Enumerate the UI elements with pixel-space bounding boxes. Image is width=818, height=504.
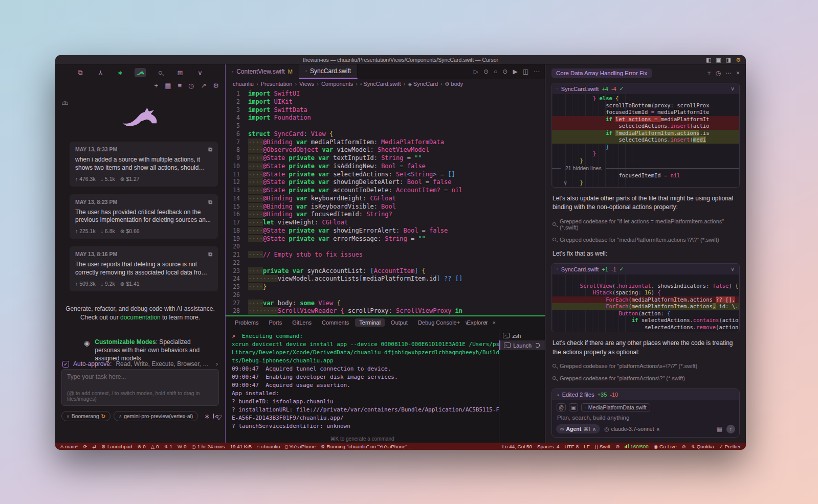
close-icon[interactable]: × [736, 70, 740, 77]
running-task-icon[interactable]: ⚙Running "chuanliu" on "Yu's iPhone"... [321, 444, 411, 449]
new-task-plus-icon[interactable]: + [154, 82, 159, 89]
prettier-icon[interactable]: ✓Prettier [719, 444, 741, 449]
maximize-panel-icon[interactable]: ∧ [484, 319, 488, 326]
copy-task-icon[interactable]: ⧉ [208, 146, 212, 153]
code-editor[interactable]: 1import SwiftUI2import UIKit3import Swif… [226, 88, 545, 315]
more-icon[interactable]: ⋯ [474, 319, 479, 326]
roo-kangaroo-icon[interactable] [135, 68, 146, 77]
task-input[interactable] [67, 373, 213, 388]
layout-sidebar-left-icon[interactable]: ◧ [706, 57, 711, 63]
camera-icon[interactable] [213, 414, 214, 419]
language-mode[interactable]: {}Swift [595, 444, 611, 449]
source-control-branch-icon[interactable]: Y [95, 68, 106, 77]
diff-card-header[interactable]: ▫SyncCard.swift+1-1✓∨ [552, 264, 739, 274]
attach-file-button[interactable]: ▣ [569, 403, 578, 411]
split-editor-icon[interactable]: ◫ [523, 68, 528, 75]
edited-files-summary[interactable]: › Edited 2 files +35 -10 [552, 389, 739, 400]
run-icon[interactable]: ▷ [474, 68, 478, 75]
breadcrumb-item[interactable]: ◈ SyncCard [408, 81, 438, 87]
terminal-session-zsh[interactable]: >_zsh [499, 331, 545, 340]
editor-tab-contentview-swift[interactable]: ▫ContentView.swiftM [226, 64, 299, 79]
run-circle-icon[interactable]: ▶ [513, 68, 517, 75]
chevron-down-icon[interactable]: ∨ [194, 68, 206, 77]
terminal-session-launch[interactable]: >_Launch [499, 340, 545, 350]
history-task-card[interactable]: MAY 13, 8:16 PM⧉The user reports that de… [70, 246, 218, 291]
model-selector[interactable]: ∧ gemini-pro-preview(vertex-ai) [114, 411, 198, 421]
record-icon[interactable]: ○ [494, 68, 497, 75]
weight-icon[interactable]: W0 [178, 444, 186, 449]
breadcrumb-item[interactable]: Components [321, 81, 353, 87]
agent-mode-selector[interactable]: ∞ Agent ⌘I ∧ [556, 424, 600, 433]
code-diff-card[interactable]: ▫SyncCard.swift+4-4✓∨ } else { scrollToB… [551, 83, 740, 188]
git-branch-icon[interactable]: Ymain* [60, 444, 78, 449]
panel-tab-comments[interactable]: Comments [318, 318, 353, 327]
eol[interactable]: LF [584, 444, 589, 449]
grep-result-row[interactable]: Grepped codebase for "platformActions\?"… [552, 375, 739, 381]
chevron-down-icon[interactable]: ∨ [731, 266, 735, 272]
history-task-card[interactable]: MAY 13, 8:23 PM⧉The user has provided cr… [70, 194, 218, 239]
encoding[interactable]: UTF-8 [565, 444, 579, 449]
errors-icon[interactable]: ⊗0 [137, 444, 145, 449]
block-icon[interactable]: ⊘ [682, 444, 686, 449]
code-diff-card[interactable]: ▫SyncCard.swift+1-1✓∨ ScrollView(.horizo… [551, 263, 740, 332]
more-actions-icon[interactable]: ⋯ [534, 68, 540, 75]
grep-result-row[interactable]: Grepped codebase for "if let actions = m… [552, 218, 739, 231]
panel-tab-ports[interactable]: Ports [264, 318, 286, 327]
sync-icon[interactable]: ⟳ [83, 444, 87, 449]
session-time-icon[interactable]: ◷1 hr 24 mins [191, 444, 225, 449]
history-icon[interactable]: ◷ [188, 82, 194, 89]
search-icon[interactable] [154, 68, 166, 77]
indentation[interactable]: Spaces: 4 [537, 444, 560, 449]
layout-panel-icon[interactable]: ▣ [716, 57, 721, 63]
diff-card-header[interactable]: ▫SyncCard.swift+4-4✓∨ [552, 83, 739, 94]
panel-tab-gitlens[interactable]: GitLens [288, 318, 316, 327]
extensions-grid-icon[interactable]: ⊞ [174, 68, 186, 77]
mode-selector[interactable]: ∧ Boomerang ↻ [61, 411, 110, 421]
close-panel-icon[interactable]: × [493, 319, 496, 326]
eye-icon[interactable] [62, 101, 68, 105]
context-file-chip[interactable]: ▫ MediaPlatformData.swift [581, 403, 650, 411]
device-icon[interactable]: ▯Yu's iPhone [285, 444, 316, 449]
chevron-down-icon[interactable]: ∨ [731, 85, 735, 92]
task-input-box[interactable]: (@ to add context, / to switch modes, ho… [61, 369, 219, 406]
copy-task-icon[interactable]: ⧉ [208, 199, 212, 205]
send-task-icon[interactable]: ▷ [215, 411, 224, 421]
window-titlebar[interactable]: thewan-ios — chuanliu/Presentation/Views… [55, 55, 746, 64]
image-attach-icon[interactable]: ▦ [717, 425, 722, 432]
open-external-icon[interactable]: ↗ [201, 82, 206, 89]
new-chat-plus-icon[interactable]: + [707, 70, 711, 77]
cursor-position[interactable]: Ln 44, Col 50 [502, 444, 532, 449]
chat-model-selector[interactable]: ◎ claude-3.7-sonnet ∧ [604, 426, 660, 432]
clipboard-icon[interactable]: ▤ [165, 82, 171, 89]
grep-result-row[interactable]: Grepped codebase for "mediaPlatformItem.… [552, 237, 739, 243]
terminal-output[interactable]: ↗ Executing command:xcrun devicectl devi… [226, 329, 499, 443]
panel-tab-terminal[interactable]: Terminal [355, 318, 385, 327]
breadcrumb-item[interactable]: chuanliu [233, 81, 254, 87]
ports-icon[interactable]: ↯1 [164, 444, 172, 449]
list-icon[interactable]: ≡ [178, 82, 182, 89]
history-task-card[interactable]: MAY 13, 8:33 PM⧉when i added a source wi… [70, 142, 218, 187]
chat-history-icon[interactable]: ◷ [716, 70, 721, 77]
breadcrumb-item[interactable]: Presentation [261, 81, 293, 87]
launchpad-icon[interactable]: ⚙Launchpad [101, 444, 132, 449]
step-forward-icon[interactable]: ⊙ [502, 68, 507, 75]
grep-result-row[interactable]: Grepped codebase for "platformActions\s+… [552, 363, 739, 369]
documentation-link[interactable]: documentation [120, 314, 161, 321]
step-back-icon[interactable]: ⊙ [483, 68, 489, 75]
settings-gear-icon[interactable]: ⚙ [736, 57, 741, 63]
chat-input-card[interactable]: › Edited 2 files +35 -10 @ ▣ ▫ MediaPlat… [551, 388, 740, 438]
settings-gear-icon[interactable]: ⚙ [213, 82, 219, 89]
chat-input[interactable] [552, 411, 739, 423]
more-icon[interactable]: ⋯ [725, 70, 732, 77]
breadcrumb-item[interactable]: ▫ SyncCard.swift [360, 81, 401, 87]
layout-sidebar-right-icon[interactable]: ◨ [726, 57, 731, 63]
breadcrumb-item[interactable]: Views [299, 81, 314, 87]
compare-icon[interactable]: ⇄ [92, 444, 96, 449]
go-live-icon[interactable]: ◉Go Live [654, 444, 677, 449]
terminal-dropdown-icon[interactable]: ∨ [465, 319, 469, 326]
prompts-icon[interactable]: ∗ [115, 68, 126, 77]
warnings-icon[interactable]: △0 [151, 444, 159, 449]
new-terminal-icon[interactable]: + [457, 319, 460, 326]
auto-approve-checkbox[interactable]: ✓ [62, 361, 69, 368]
copy-icon[interactable]: ⧉ [75, 68, 86, 77]
